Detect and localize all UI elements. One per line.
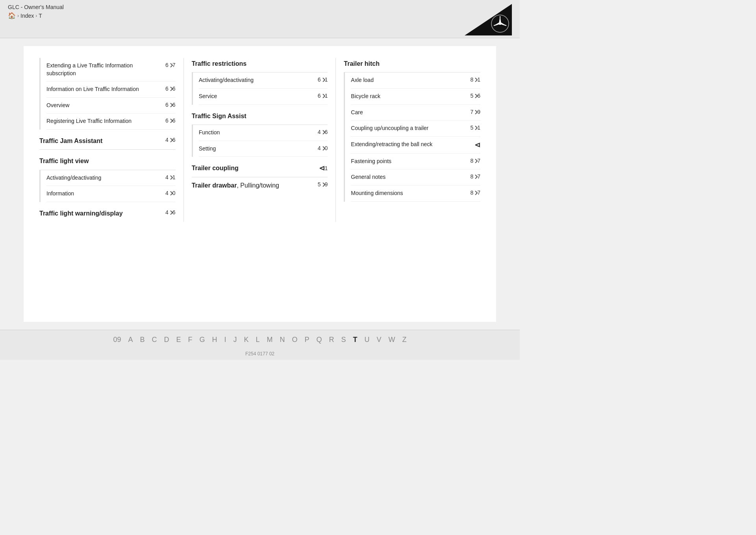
section-title: Trailer hitch xyxy=(344,59,480,68)
page-number: 40 xyxy=(165,190,176,196)
entry-function[interactable]: Function 46 xyxy=(199,125,328,141)
logo-triangle xyxy=(465,4,512,35)
page-number: 61 xyxy=(318,93,328,99)
footer-letter-e[interactable]: E xyxy=(176,336,181,344)
entry-text: Coupling up/uncoupling a trailer xyxy=(351,124,470,132)
footer-letter-u[interactable]: U xyxy=(365,336,370,344)
entry-registering[interactable]: Registering Live Traffic Information 66 xyxy=(46,113,176,130)
entry-text: Axle load xyxy=(351,76,470,84)
page-number: 87 xyxy=(470,189,480,196)
footer-letter-a[interactable]: A xyxy=(128,336,133,344)
footer-letter-l[interactable]: L xyxy=(256,336,260,344)
document-id: F254 0177 02 xyxy=(0,349,520,360)
traffic-light-sub: Activating/deactivating 41 Information 4… xyxy=(39,170,176,202)
trailer-hitch-sub: Axle load 81 Bicycle rack 56 Care 79 Cou… xyxy=(344,72,480,201)
footer-letter-j[interactable]: J xyxy=(233,336,237,344)
footer-letter-d[interactable]: D xyxy=(164,336,169,344)
section-title: Traffic Sign Assist xyxy=(192,112,328,121)
page-number: 51 xyxy=(470,124,480,131)
entry-text: Information on Live Traffic Information xyxy=(46,85,165,93)
column-3: Trailer hitch Axle load 81 Bicycle rack … xyxy=(336,58,488,222)
section-title: Traffic light warning/display xyxy=(39,209,165,218)
entry-extending-ball-neck[interactable]: Extending/retracting the ball neck ⊲ xyxy=(351,137,480,154)
header-left: GLC - Owner's Manual 🏠 › Index › T xyxy=(8,4,64,19)
section-title: Traffic restrictions xyxy=(192,59,328,68)
footer-letter-b[interactable]: B xyxy=(140,336,145,344)
entry-extending-subscription[interactable]: Extending a Live Traffic Information sub… xyxy=(46,58,176,82)
entry-coupling-uncoupling[interactable]: Coupling up/uncoupling a trailer 51 xyxy=(351,121,480,137)
footer-letter-f[interactable]: F xyxy=(188,336,192,344)
footer-letter-v[interactable]: V xyxy=(377,336,382,344)
trailer-coupling-header[interactable]: Trailer coupling ⊲1 xyxy=(192,157,328,177)
section-title: Trailer coupling xyxy=(192,164,319,173)
entry-care[interactable]: Care 79 xyxy=(351,105,480,121)
logo-area xyxy=(465,4,512,35)
entry-overview[interactable]: Overview 66 xyxy=(46,98,176,114)
section-title: Traffic Jam Assistant xyxy=(39,137,165,145)
footer-letter-o[interactable]: O xyxy=(292,336,298,344)
entry-activating-deactivating-2[interactable]: Activating/deactivating 61 xyxy=(199,72,328,89)
traffic-light-view-header[interactable]: Traffic light view xyxy=(39,150,176,169)
page-number: 87 xyxy=(470,158,480,164)
footer-letter-09[interactable]: 09 xyxy=(113,336,121,344)
breadcrumb-index[interactable]: Index xyxy=(20,13,34,19)
traffic-light-warning-header[interactable]: Traffic light warning/display 46 xyxy=(39,202,176,222)
alphabet-bar: 09 A B C D E F G H I J K L M N O P Q R S… xyxy=(0,330,520,349)
entry-activating-deactivating[interactable]: Activating/deactivating 41 xyxy=(46,170,176,186)
page-number: 40 xyxy=(318,145,328,151)
footer-letter-g[interactable]: G xyxy=(199,336,205,344)
page-number: 41 xyxy=(165,174,176,180)
entry-text: Setting xyxy=(199,145,318,153)
entry-text: Function xyxy=(199,129,318,137)
footer-letter-h[interactable]: H xyxy=(212,336,217,344)
footer-letter-k[interactable]: K xyxy=(244,336,249,344)
footer-letter-t[interactable]: T xyxy=(353,336,358,344)
entry-fastening-points[interactable]: Fastening points 87 xyxy=(351,154,480,170)
home-icon[interactable]: 🏠 xyxy=(8,12,16,19)
header: GLC - Owner's Manual 🏠 › Index › T xyxy=(0,0,520,38)
footer-letter-n[interactable]: N xyxy=(280,336,285,344)
entry-general-notes[interactable]: General notes 87 xyxy=(351,169,480,186)
page-number: 79 xyxy=(470,109,480,115)
entry-setting[interactable]: Setting 40 xyxy=(199,141,328,157)
footer: 09 A B C D E F G H I J K L M N O P Q R S… xyxy=(0,330,520,360)
entry-text: Care xyxy=(351,109,470,117)
footer-letter-m[interactable]: M xyxy=(267,336,273,344)
section-title: Trailer drawbar, Pulling/towing xyxy=(192,181,318,190)
entry-text: Fastening points xyxy=(351,158,470,165)
footer-letter-w[interactable]: W xyxy=(389,336,395,344)
entry-text: Registering Live Traffic Information xyxy=(46,117,165,125)
entry-service[interactable]: Service 61 xyxy=(199,89,328,105)
footer-letter-z[interactable]: Z xyxy=(402,336,407,344)
traffic-restrictions-sub: Activating/deactivating 61 Service 61 xyxy=(192,72,328,104)
entry-axle-load[interactable]: Axle load 81 xyxy=(351,72,480,89)
footer-letter-p[interactable]: P xyxy=(305,336,309,344)
page-number: ⊲ xyxy=(474,141,480,149)
breadcrumb-t: T xyxy=(39,13,42,19)
traffic-jam-assistant-header[interactable]: Traffic Jam Assistant 46 xyxy=(39,130,176,149)
footer-letter-s[interactable]: S xyxy=(341,336,346,344)
entry-info-live-traffic[interactable]: Information on Live Traffic Information … xyxy=(46,82,176,98)
entry-mounting-dimensions[interactable]: Mounting dimensions 87 xyxy=(351,186,480,202)
traffic-sign-assist-header: Traffic Sign Assist xyxy=(192,105,328,124)
breadcrumb-sep-1: › xyxy=(17,13,19,19)
entry-information[interactable]: Information 40 xyxy=(46,186,176,202)
page-number: 61 xyxy=(318,76,328,83)
trailer-drawbar-header[interactable]: Trailer drawbar, Pulling/towing 59 xyxy=(192,177,328,194)
page-number: 66 xyxy=(165,102,176,108)
entry-text: Bicycle rack xyxy=(351,93,470,100)
entry-text: Extending a Live Traffic Information sub… xyxy=(46,62,165,77)
entry-bicycle-rack[interactable]: Bicycle rack 56 xyxy=(351,89,480,105)
traffic-restrictions-header: Traffic restrictions xyxy=(192,58,328,72)
index-columns: Extending a Live Traffic Information sub… xyxy=(32,58,488,222)
entry-text: Extending/retracting the ball neck xyxy=(351,141,474,149)
section-title: Traffic light view xyxy=(39,157,176,165)
footer-letter-r[interactable]: R xyxy=(329,336,334,344)
entry-text: Activating/deactivating xyxy=(46,174,165,182)
entry-text: Activating/deactivating xyxy=(199,76,318,84)
entry-text: Service xyxy=(199,93,318,100)
entry-text: General notes xyxy=(351,173,470,181)
footer-letter-q[interactable]: Q xyxy=(317,336,322,344)
footer-letter-c[interactable]: C xyxy=(152,336,157,344)
footer-letter-i[interactable]: I xyxy=(224,336,226,344)
